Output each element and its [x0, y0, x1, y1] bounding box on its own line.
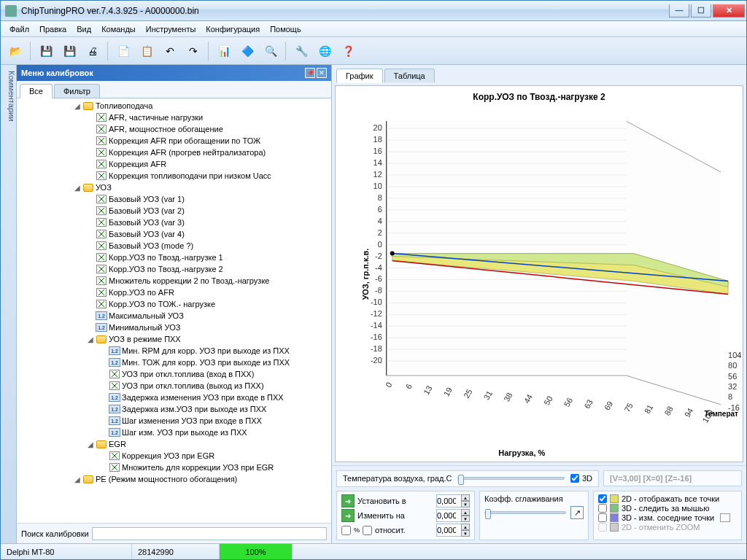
tree-label: Задержка изменения УОЗ при входе в ПХХ — [122, 393, 284, 402]
globe-icon[interactable]: 🌐 — [314, 41, 335, 61]
pin-icon[interactable]: 📌 — [305, 68, 315, 78]
svg-text:13: 13 — [422, 384, 433, 397]
tree-item[interactable]: Корр.УОЗ по AFR — [17, 287, 331, 298]
close-button[interactable]: ✕ — [713, 4, 745, 18]
left-panel: Меню калибровок 📌 ✕ Все Фильтр ◢Топливоп… — [17, 65, 332, 543]
svg-text:80: 80 — [728, 361, 737, 370]
tree-item[interactable]: Коррекция УОЗ при EGR — [17, 450, 331, 462]
tree-item[interactable]: 1.2Шаг изменения УОЗ при входе в ПХХ — [17, 415, 331, 427]
folder-icon — [82, 474, 94, 484]
tree-item[interactable]: Коррекция AFR при обогащении по ТОЖ — [17, 135, 331, 147]
tree-item[interactable]: Базовый УОЗ (mode ?) — [17, 240, 331, 252]
menu-tools[interactable]: Инструменты — [142, 23, 201, 35]
tree-item[interactable]: ◢УОЗ в режиме ПХХ — [17, 333, 331, 345]
tree-item[interactable]: AFR, частичные нагрузки — [17, 112, 331, 123]
menu-file[interactable]: Файл — [5, 23, 34, 35]
smooth-apply-button[interactable]: ↗ — [570, 506, 584, 519]
tool-icon[interactable]: 🔧 — [291, 41, 311, 61]
tree-label: УОЗ при откл.топлива (выход из ПХХ) — [122, 381, 264, 390]
tree-item[interactable]: AFR, мощностное обогащение — [17, 123, 331, 135]
tree-item[interactable]: Коррекция топливоподачи при низком Uacc — [17, 170, 331, 182]
tree-item[interactable]: 1.2Мин. ТОЖ для корр. УОЗ при выходе из … — [17, 357, 331, 368]
print-icon[interactable]: 🖨 — [82, 41, 103, 61]
change-button[interactable]: ➔ — [341, 509, 355, 522]
tree-item[interactable]: Базовый УОЗ (var 3) — [17, 217, 331, 228]
tree-item[interactable]: ◢EGR — [17, 438, 331, 450]
smooth-slider[interactable] — [484, 511, 566, 514]
tree-item[interactable]: Корр.УОЗ по Твозд.-нагрузке 2 — [17, 263, 331, 275]
pct-check[interactable] — [341, 526, 351, 535]
tree-item[interactable]: ◢PE (Режим мощностного обогащения) — [17, 473, 331, 485]
info-icon[interactable]: 🔷 — [237, 41, 258, 61]
tree-item[interactable]: 1.2Мин. RPM для корр. УОЗ при выходе из … — [17, 345, 331, 357]
tab-table[interactable]: Таблица — [384, 69, 435, 82]
chk-3d-neighbors[interactable] — [598, 513, 607, 522]
grid-icon[interactable] — [720, 513, 730, 522]
tab-filter[interactable]: Фильтр — [54, 84, 100, 98]
tree-label: Корр.УОЗ по Твозд.-нагрузке 1 — [109, 253, 223, 262]
chart-3d[interactable]: Корр.УОЗ по Твозд.-нагрузке 2 УОЗ, гр.п.… — [335, 85, 743, 462]
menu-view[interactable]: Вид — [72, 23, 96, 35]
tree-item[interactable]: УОЗ при откл.топлива (вход в ПХХ) — [17, 368, 331, 380]
svg-text:16: 16 — [374, 147, 382, 155]
save-as-icon[interactable]: 💾 — [59, 41, 80, 61]
smooth-panel: Коэфф. сглаживания ↗ — [479, 491, 589, 540]
tree-item[interactable]: Корр.УОЗ по Твозд.-нагрузке 1 — [17, 252, 331, 263]
panel-close-icon[interactable]: ✕ — [317, 68, 327, 78]
tree-item[interactable]: 1.2Задержка изм.УОЗ при выходе из ПХХ — [17, 403, 331, 415]
tree-item[interactable]: 1.2Минимальный УОЗ — [17, 322, 331, 333]
temp-slider[interactable] — [457, 477, 565, 480]
zoom-icon[interactable]: 🔍 — [260, 41, 281, 61]
tree-item[interactable]: ◢Топливоподача — [17, 100, 331, 112]
menu-config[interactable]: Конфигурация — [201, 23, 264, 35]
comments-tab[interactable]: Комментарии — [1, 65, 17, 543]
set-button[interactable]: ➔ — [341, 494, 355, 508]
open-icon[interactable]: 📂 — [5, 41, 26, 61]
tree-item[interactable]: 1.2Шаг изм. УОЗ при выходе из ПХХ — [17, 427, 331, 438]
chk-2d-allpoints[interactable] — [598, 494, 607, 503]
rel-check[interactable] — [363, 526, 372, 535]
scalar-icon: 1.2 — [109, 357, 120, 368]
chk-3d-mouse[interactable] — [598, 504, 607, 513]
save-icon[interactable]: 💾 — [36, 41, 56, 61]
tree-item[interactable]: Коррекция AFR (прогрев нейтрализатора) — [17, 147, 331, 158]
tree-item[interactable]: 1.2Задержка изменения УОЗ при входе в ПХ… — [17, 392, 331, 403]
tree-label: Базовый УОЗ (var 1) — [109, 195, 185, 203]
find-icon[interactable]: 📊 — [214, 41, 234, 61]
tree-item[interactable]: Корр.УОЗ по ТОЖ.- нагрузке — [17, 298, 331, 310]
scalar-icon: 1.2 — [109, 416, 120, 426]
controls: Температура воздуха, град.С 3D [V=3,00] … — [332, 465, 746, 543]
undo-icon[interactable]: ↶ — [160, 41, 180, 61]
statusbar: Delphi MT-80 28142990 100% — [1, 543, 746, 559]
calibration-tree[interactable]: ◢ТопливоподачаAFR, частичные нагрузкиAFR… — [17, 98, 331, 523]
tree-item[interactable]: 1.2Максимальный УОЗ — [17, 310, 331, 322]
tab-graph[interactable]: График — [336, 69, 383, 83]
curve-icon — [96, 136, 107, 146]
redo-icon[interactable]: ↷ — [183, 41, 204, 61]
folder-icon — [96, 334, 107, 344]
maximize-button[interactable]: ☐ — [691, 4, 711, 18]
paste-icon[interactable]: 📋 — [136, 41, 157, 61]
tab-all[interactable]: Все — [20, 84, 53, 98]
svg-text:0: 0 — [384, 381, 393, 389]
menu-commands[interactable]: Команды — [97, 23, 140, 35]
tree-item[interactable]: Множитель для коррекции УОЗ при EGR — [17, 462, 331, 473]
tree-item[interactable]: Базовый УОЗ (var 2) — [17, 205, 331, 217]
titlebar[interactable]: ChipTuningPRO ver.7.4.3.925 - A0000000.b… — [1, 1, 746, 21]
tree-item[interactable]: ◢УОЗ — [17, 182, 331, 193]
help-icon[interactable]: ❓ — [338, 41, 358, 61]
copy-icon[interactable]: 📄 — [113, 41, 133, 61]
tree-item[interactable]: Множитель коррекции 2 по Твозд.-нагрузке — [17, 275, 331, 287]
tree-item[interactable]: УОЗ при откл.топлива (выход из ПХХ) — [17, 380, 331, 392]
slider-box: Температура воздуха, град.С 3D — [336, 470, 599, 487]
svg-text:14: 14 — [374, 158, 382, 167]
chk-3d[interactable] — [570, 474, 579, 483]
search-input[interactable] — [92, 527, 327, 540]
svg-text:-14: -14 — [371, 321, 382, 330]
tree-item[interactable]: Коррекция AFR — [17, 158, 331, 170]
tree-item[interactable]: Базовый УОЗ (var 1) — [17, 193, 331, 205]
minimize-button[interactable]: — — [669, 4, 689, 18]
menu-edit[interactable]: Правка — [35, 23, 71, 35]
tree-item[interactable]: Базовый УОЗ (var 4) — [17, 228, 331, 240]
menu-help[interactable]: Помощь — [266, 23, 306, 35]
